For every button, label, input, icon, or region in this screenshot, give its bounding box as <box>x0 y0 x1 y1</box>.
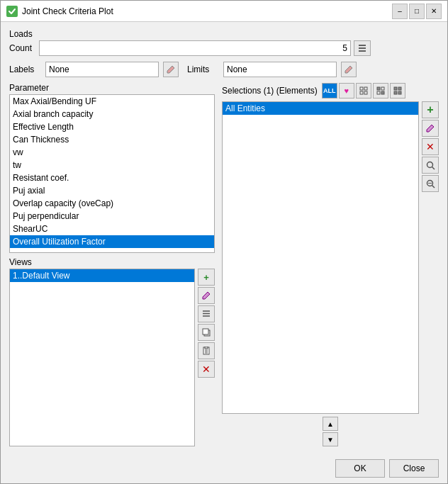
loads-label: Loads <box>9 29 439 39</box>
sel-all-button[interactable]: ALL <box>322 83 337 99</box>
views-section: Views 1..Default View + <box>9 257 215 446</box>
minimize-button[interactable]: – <box>392 4 408 19</box>
parameter-item[interactable]: Effective Length <box>10 120 214 133</box>
parameter-item[interactable]: tw <box>10 159 214 171</box>
sel-delete-button[interactable]: ✕ <box>422 138 439 155</box>
parameter-label: Parameter <box>9 83 215 93</box>
svg-rect-20 <box>377 91 380 94</box>
count-label: Count <box>9 43 36 53</box>
selections-panel: All Entities + ✕ <box>222 101 439 414</box>
svg-line-29 <box>432 185 435 188</box>
limits-label: Limits <box>187 64 219 74</box>
svg-rect-14 <box>360 87 363 90</box>
sel-heart-button[interactable]: ♥ <box>339 83 354 99</box>
svg-rect-8 <box>203 329 208 334</box>
loads-list-button[interactable] <box>354 40 371 56</box>
sel-add-button[interactable]: + <box>422 101 439 118</box>
parameter-item[interactable]: Puj axial <box>10 184 214 197</box>
sel-icon-row: ALL ♥ <box>322 83 405 99</box>
views-add-button[interactable]: + <box>198 269 215 286</box>
selections-header: Selections (1) (Elements) ALL ♥ <box>222 83 439 99</box>
parameter-section: Parameter Max Axial/Bending UFAxial bran… <box>9 83 215 253</box>
svg-rect-15 <box>364 87 367 90</box>
parameter-item[interactable]: Overlap capacity (oveCap) <box>10 197 214 210</box>
svg-rect-25 <box>398 91 401 94</box>
svg-point-26 <box>427 162 432 167</box>
sel-search1-button[interactable] <box>422 157 439 174</box>
svg-rect-24 <box>394 91 397 94</box>
window-controls: – □ ✕ <box>392 4 442 19</box>
limits-group: Limits <box>187 62 357 77</box>
parameter-listbox[interactable]: Max Axial/Bending UFAxial branch capacit… <box>10 95 214 252</box>
parameter-item[interactable]: vw <box>10 146 214 159</box>
views-copy-button[interactable] <box>198 324 215 341</box>
close-button[interactable]: Close <box>389 459 439 478</box>
labels-group: Labels <box>9 62 179 77</box>
title-bar: Joint Check Criteria Plot – □ ✕ <box>1 1 447 22</box>
views-label: Views <box>9 257 215 267</box>
loads-section: Loads Count <box>9 29 439 56</box>
scroll-arrows: ▲ ▼ <box>222 417 439 446</box>
parameter-item[interactable]: Puj perpendicular <box>10 210 214 223</box>
svg-rect-22 <box>394 87 397 90</box>
views-edit-button[interactable] <box>198 287 215 304</box>
scroll-up-button[interactable]: ▲ <box>323 417 338 431</box>
views-with-buttons: 1..Default View + <box>9 269 215 446</box>
window-title: Joint Check Criteria Plot <box>22 6 388 16</box>
sel-grid3-button[interactable] <box>390 83 405 99</box>
labels-edit-button[interactable] <box>163 62 179 77</box>
sel-edit-button[interactable] <box>422 120 439 137</box>
close-window-button[interactable]: ✕ <box>426 4 442 19</box>
labels-limits-row: Labels Limits <box>9 62 439 77</box>
limits-input[interactable] <box>223 62 337 77</box>
maximize-button[interactable]: □ <box>409 4 425 19</box>
sel-grid1-button[interactable] <box>356 83 371 99</box>
selections-listbox[interactable]: All Entities <box>222 101 419 414</box>
selections-title: Selections (1) (Elements) <box>222 86 318 96</box>
parameter-item[interactable]: Can Thickness <box>10 133 214 146</box>
svg-rect-10 <box>205 347 208 349</box>
svg-rect-16 <box>360 91 363 94</box>
app-icon <box>6 6 18 17</box>
views-listbox[interactable]: 1..Default View <box>9 269 195 446</box>
right-panel: Selections (1) (Elements) ALL ♥ <box>222 83 439 446</box>
parameter-item[interactable]: Resistant coef. <box>10 171 214 184</box>
views-list-button[interactable] <box>198 305 215 322</box>
labels-label: Labels <box>9 64 41 74</box>
main-window: Joint Check Criteria Plot – □ ✕ Loads Co… <box>0 0 448 484</box>
limits-edit-button[interactable] <box>341 62 357 77</box>
sel-grid2-button[interactable] <box>373 83 388 99</box>
labels-input[interactable] <box>45 62 159 77</box>
views-item[interactable]: 1..Default View <box>10 269 194 282</box>
selections-buttons: + ✕ <box>422 101 439 414</box>
content-area: Loads Count Labels <box>1 22 447 454</box>
parameter-item[interactable]: Max Axial/Bending UF <box>10 95 214 108</box>
parameter-item[interactable]: Overall Utilization Factor <box>10 235 214 248</box>
views-delete-button[interactable]: ✕ <box>198 361 215 378</box>
selections-item[interactable]: All Entities <box>223 102 418 115</box>
views-paste-button[interactable] <box>198 342 215 359</box>
ok-button[interactable]: OK <box>335 459 385 478</box>
footer: OK Close <box>1 454 447 483</box>
svg-line-27 <box>432 167 435 169</box>
count-input[interactable] <box>39 40 351 56</box>
count-row: Count <box>9 40 439 56</box>
parameter-item[interactable]: ShearUC <box>10 223 214 235</box>
parameter-list-container: Max Axial/Bending UFAxial branch capacit… <box>9 94 215 253</box>
svg-rect-19 <box>381 87 384 90</box>
sel-search2-button[interactable] <box>422 175 439 192</box>
main-panels: Parameter Max Axial/Bending UFAxial bran… <box>9 83 439 446</box>
scroll-down-button[interactable]: ▼ <box>323 432 338 446</box>
views-buttons: + <box>198 269 215 446</box>
left-panel: Parameter Max Axial/Bending UFAxial bran… <box>9 83 215 446</box>
svg-rect-21 <box>381 91 384 94</box>
svg-rect-18 <box>377 87 380 90</box>
svg-rect-17 <box>364 91 367 94</box>
svg-rect-23 <box>398 87 401 90</box>
parameter-item[interactable]: Axial branch capacity <box>10 108 214 120</box>
